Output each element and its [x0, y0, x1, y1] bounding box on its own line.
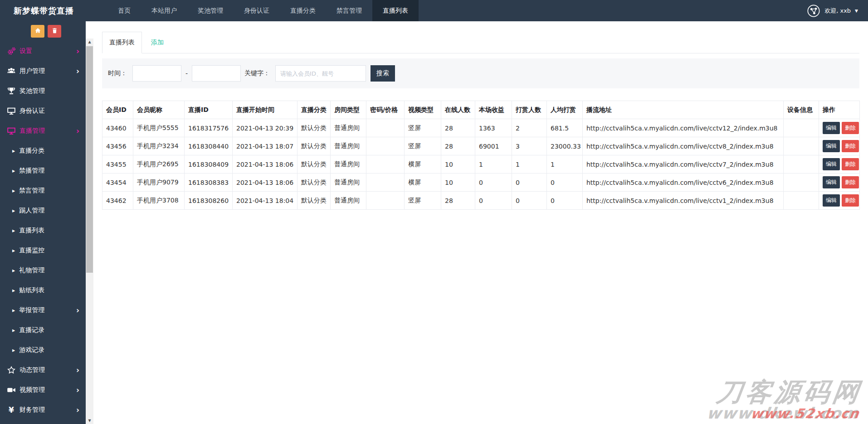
table-cell: 1363: [475, 119, 512, 137]
monitor-icon: [6, 106, 16, 116]
table-cell: [366, 155, 405, 173]
nav-item[interactable]: 本站用户: [141, 0, 187, 21]
sidebar-item[interactable]: ▶直播记录: [0, 320, 86, 340]
triangle-bullet-icon: ▶: [12, 249, 15, 253]
delete-button[interactable]: 删除: [842, 194, 859, 207]
sidebar-item-label: 直播管理: [20, 127, 45, 135]
time-end-input[interactable]: [192, 65, 241, 82]
scrollbar-thumb[interactable]: [86, 46, 93, 273]
triangle-bullet-icon: ▶: [12, 289, 15, 293]
actions-cell: 编辑删除: [819, 137, 860, 155]
table-cell: http://cctvalih5ca.v.myalicdn.com/live/c…: [583, 137, 784, 155]
table-cell: 普通房间: [331, 119, 366, 137]
nav-item[interactable]: 直播列表: [372, 0, 419, 21]
edit-button[interactable]: 编辑: [823, 194, 840, 207]
actions-cell: 编辑删除: [819, 119, 860, 137]
table-cell: 竖屏: [405, 192, 441, 210]
tab-live-list[interactable]: 直播列表: [102, 32, 142, 53]
user-menu[interactable]: 欢迎, xxb ▼: [807, 0, 868, 21]
sidebar-item[interactable]: 身份认证: [0, 101, 86, 121]
triangle-bullet-icon: ▶: [12, 149, 15, 153]
sidebar-item[interactable]: ▶游戏记录: [0, 340, 86, 360]
chevron-right-icon: ›: [76, 67, 79, 75]
table-cell: 1618308260: [185, 192, 233, 210]
table-cell: 横屏: [405, 173, 441, 192]
sidebar-item[interactable]: ▶踢人管理: [0, 201, 86, 221]
sidebar-item[interactable]: ▶禁言管理: [0, 181, 86, 201]
nav-item[interactable]: 直播分类: [280, 0, 326, 21]
sidebar-item-label: 贴纸列表: [19, 286, 44, 294]
sidebar-item[interactable]: 视频管理›: [0, 380, 86, 400]
table-cell: [366, 173, 405, 192]
nav-item[interactable]: 首页: [107, 0, 141, 21]
table-cell: 2021-04-13 18:06: [233, 155, 297, 173]
star-icon: [6, 365, 16, 375]
edit-button[interactable]: 编辑: [823, 176, 840, 188]
chevron-right-icon: ›: [76, 127, 79, 135]
sidebar-scrollbar[interactable]: ▲ ▼: [86, 39, 93, 424]
time-start-input[interactable]: [132, 65, 181, 82]
sidebar-item-label: 财务管理: [20, 406, 45, 414]
sidebar-item-label: 直播监控: [19, 246, 44, 255]
sidebar-item[interactable]: ▶禁播管理: [0, 161, 86, 181]
sidebar-item[interactable]: 奖池管理: [0, 81, 86, 101]
sidebar-item[interactable]: ▶礼物管理: [0, 260, 86, 280]
table-cell: 43456: [102, 137, 133, 155]
sidebar-item[interactable]: 设置›: [0, 41, 86, 61]
column-header: 本场收益: [475, 101, 512, 119]
chevron-right-icon: ›: [76, 386, 79, 394]
nav-item[interactable]: 身份认证: [234, 0, 280, 21]
keyword-label: 关键字：: [244, 69, 270, 77]
nav-item[interactable]: 禁言管理: [326, 0, 372, 21]
column-header: 直播开始时间: [233, 101, 297, 119]
gears-icon: [6, 46, 16, 56]
chevron-right-icon: ›: [76, 48, 79, 55]
search-bar: 时间： - 关键字： 搜索: [102, 58, 859, 88]
network-globe-icon: [807, 4, 820, 18]
watermark-url: www.dkewl.com: [706, 404, 860, 422]
table-cell: 0: [547, 192, 583, 210]
delete-button[interactable]: 删除: [842, 158, 859, 170]
sidebar-item[interactable]: ▶贴纸列表: [0, 280, 86, 300]
tab-add[interactable]: 添加: [142, 32, 173, 53]
sidebar-item-label: 用户管理: [20, 67, 45, 75]
scrollbar-down-arrow-icon[interactable]: ▼: [86, 417, 93, 424]
home-button[interactable]: [31, 25, 44, 38]
sidebar-item[interactable]: ▶直播监控: [0, 241, 86, 260]
keyword-input[interactable]: [275, 65, 366, 82]
table-row: 43460手机用户555516183175762021-04-13 20:39默…: [102, 119, 860, 137]
edit-button[interactable]: 编辑: [823, 140, 840, 152]
sidebar-item[interactable]: ¥财务管理›: [0, 400, 86, 420]
scrollbar-up-arrow-icon[interactable]: ▲: [86, 39, 93, 45]
trash-button[interactable]: [48, 25, 61, 38]
sidebar-item[interactable]: ▶直播分类: [0, 141, 86, 161]
table-cell: http://cctvalih5ca.v.myalicdn.com/live/c…: [583, 173, 784, 192]
table-cell: 默认分类: [297, 119, 331, 137]
search-button[interactable]: 搜索: [371, 65, 395, 82]
time-label: 时间：: [108, 69, 127, 77]
sidebar-item[interactable]: 直播管理›: [0, 121, 86, 141]
table-cell: 2021-04-13 18:04: [233, 192, 297, 210]
top-navbar: 新梦蝶带货直播 首页本站用户奖池管理身份认证直播分类禁言管理直播列表 欢迎, x…: [0, 0, 868, 21]
sidebar-item[interactable]: ▶直播列表: [0, 221, 86, 241]
watermark: 刀客源码网 www.dkewl.com www.52xb.cn: [706, 379, 863, 422]
sidebar-item[interactable]: 动态管理›: [0, 360, 86, 380]
delete-button[interactable]: 删除: [842, 122, 859, 134]
table-cell: 竖屏: [405, 119, 441, 137]
delete-button[interactable]: 删除: [842, 140, 859, 152]
table-cell: 43462: [102, 192, 133, 210]
table-cell: [784, 119, 819, 137]
column-header: 房间类型: [331, 101, 366, 119]
sidebar-item[interactable]: 用户管理›: [0, 61, 86, 81]
sidebar-item-label: 直播记录: [19, 326, 44, 334]
table-cell: 1: [475, 155, 512, 173]
delete-button[interactable]: 删除: [842, 176, 859, 188]
column-header: 在线人数: [441, 101, 475, 119]
sidebar-item-label: 禁言管理: [19, 187, 44, 195]
edit-button[interactable]: 编辑: [823, 158, 840, 170]
nav-item[interactable]: 奖池管理: [187, 0, 234, 21]
edit-button[interactable]: 编辑: [823, 122, 840, 134]
sidebar-item[interactable]: ▶举报管理›: [0, 300, 86, 320]
table-row: 43454手机用户907916183083832021-04-13 18:06默…: [102, 173, 860, 192]
triangle-bullet-icon: ▶: [12, 308, 15, 313]
